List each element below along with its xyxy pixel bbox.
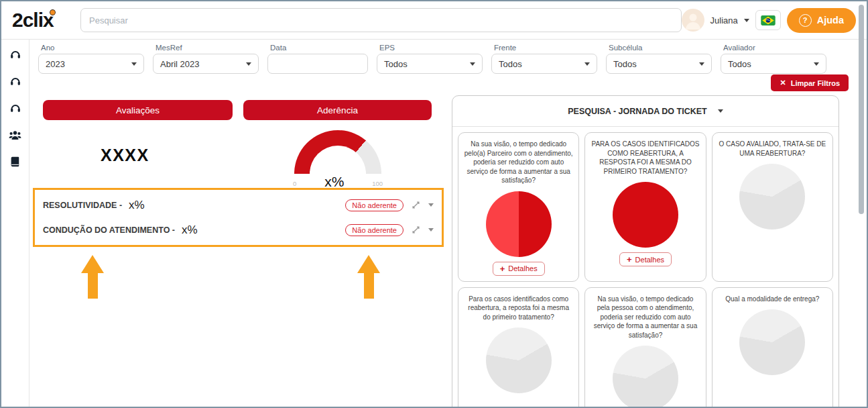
survey-question: O CASO AVALIADO, TRATA-SE DE UMA REABERT… bbox=[718, 140, 827, 158]
filter-avaliador: Avaliador Todos bbox=[721, 42, 826, 74]
avatar[interactable] bbox=[682, 9, 704, 32]
expand-icon[interactable] bbox=[412, 201, 420, 209]
sidebar bbox=[1, 40, 29, 407]
headset-icon[interactable] bbox=[9, 101, 22, 115]
details-button[interactable]: + Detalhes bbox=[619, 252, 672, 266]
expand-icon[interactable] bbox=[412, 225, 420, 234]
chevron-down-icon[interactable] bbox=[428, 203, 434, 207]
subcelula-select[interactable]: Todos bbox=[606, 54, 712, 74]
filter-frente: Frente Todos bbox=[491, 42, 597, 74]
survey-selector[interactable]: PESQUISA - JORNADA DO TICKET bbox=[452, 96, 839, 127]
headset-icon[interactable] bbox=[9, 48, 22, 61]
metric-row-conducao: CONDUÇÃO DO ATENDIMENTO - x% Não aderent… bbox=[43, 223, 434, 237]
status-badge: Não aderente bbox=[345, 224, 404, 236]
chevron-down-icon bbox=[246, 62, 251, 66]
metric-name: RESOLUTIVIDADE - bbox=[43, 201, 122, 210]
survey-question: PARA OS CASOS IDENTIFICADOS COMO REABERT… bbox=[591, 140, 700, 176]
plus-icon: + bbox=[627, 255, 632, 264]
chevron-down-icon[interactable] bbox=[428, 228, 434, 232]
filter-bar: Ano 2023 MesRef Abril 2023 Data bbox=[38, 42, 826, 74]
book-icon[interactable] bbox=[9, 155, 22, 168]
filter-label: Subcélula bbox=[609, 44, 712, 52]
metric-value: x% bbox=[182, 223, 198, 237]
data-field-box bbox=[267, 54, 368, 74]
filter-label: Avaliador bbox=[723, 44, 826, 52]
details-button[interactable]: + Detalhes bbox=[493, 262, 545, 276]
user-caret-icon[interactable] bbox=[744, 19, 749, 22]
help-label: Ajuda bbox=[817, 15, 844, 26]
selected-value: Abril 2023 bbox=[160, 59, 200, 69]
logo-dot-icon bbox=[48, 8, 57, 17]
frente-select[interactable]: Todos bbox=[491, 54, 597, 74]
survey-question: Na sua visão, o tempo dedicado pela pess… bbox=[591, 295, 700, 340]
survey-card: PARA OS CASOS IDENTIFICADOS COMO REABERT… bbox=[584, 132, 706, 282]
chevron-down-icon bbox=[718, 109, 723, 113]
annotation-arrow-up bbox=[81, 255, 104, 299]
app-window: 2clix Juliana ? Ajuda bbox=[0, 0, 868, 408]
survey-card: Para os casos identificados como reabert… bbox=[458, 287, 579, 408]
user-menu[interactable]: Juliana bbox=[710, 15, 738, 26]
metric-name: CONDUÇÃO DO ATENDIMENTO - bbox=[43, 225, 175, 235]
status-badge: Não aderente bbox=[345, 199, 404, 211]
aderencia-button[interactable]: Aderência bbox=[243, 100, 432, 120]
annotation-highlight-box: RESOLUTIVIDADE - x% Não aderente CONDUÇÃ… bbox=[33, 188, 444, 247]
pie-chart bbox=[486, 327, 552, 393]
filter-label: MesRef bbox=[156, 44, 259, 52]
filter-label: Frente bbox=[494, 44, 597, 52]
clear-filters-label: Limpar Filtros bbox=[791, 79, 840, 87]
content-area: Ano 2023 MesRef Abril 2023 Data bbox=[29, 40, 867, 407]
avaliacoes-value: XXXX bbox=[101, 146, 149, 165]
aderencia-gauge bbox=[294, 130, 381, 174]
close-icon: ✕ bbox=[780, 79, 786, 87]
avaliador-select[interactable]: Todos bbox=[721, 54, 826, 74]
pie-chart bbox=[613, 346, 678, 408]
filter-mesref: MesRef Abril 2023 bbox=[153, 42, 259, 74]
language-flag-button[interactable] bbox=[755, 10, 781, 30]
arrow-head bbox=[81, 255, 104, 273]
metric-value: x% bbox=[129, 199, 145, 212]
clear-filters-button[interactable]: ✕ Limpar Filtros bbox=[771, 74, 849, 91]
gauge-labels: 0 x% 100 bbox=[293, 171, 383, 187]
filter-label: EPS bbox=[379, 44, 483, 52]
search-input[interactable] bbox=[80, 8, 682, 32]
selected-value: 2023 bbox=[46, 59, 65, 69]
gauge-min-label: 0 bbox=[293, 180, 296, 187]
details-label: Detalhes bbox=[635, 256, 664, 264]
headset-icon[interactable] bbox=[9, 74, 22, 88]
chevron-down-icon bbox=[470, 62, 475, 66]
data-input[interactable] bbox=[275, 58, 361, 70]
filter-eps: EPS Todos bbox=[377, 42, 483, 74]
pie-chart bbox=[613, 182, 678, 248]
pie-chart bbox=[739, 309, 805, 375]
avaliacoes-button[interactable]: Avaliações bbox=[43, 100, 233, 120]
arrow-stem bbox=[364, 273, 374, 299]
selected-value: Todos bbox=[499, 59, 522, 69]
survey-card: O CASO AVALIADO, TRATA-SE DE UMA REABERT… bbox=[712, 132, 833, 282]
arrow-stem bbox=[88, 273, 98, 299]
logo-text: 2clix bbox=[12, 9, 54, 31]
survey-question: Na sua visão, o tempo dedicado pelo(a) P… bbox=[464, 140, 573, 185]
survey-panel: PESQUISA - JORNADA DO TICKET Na sua visã… bbox=[452, 95, 839, 408]
help-button[interactable]: ? Ajuda bbox=[787, 8, 856, 33]
users-icon[interactable] bbox=[9, 128, 22, 142]
annotation-arrow-up bbox=[357, 255, 380, 299]
chevron-down-icon bbox=[131, 62, 137, 66]
survey-card: Na sua visão, o tempo dedicado pelo(a) P… bbox=[458, 132, 579, 282]
gauge-max-label: 100 bbox=[372, 180, 383, 187]
survey-card: Na sua visão, o tempo dedicado pela pess… bbox=[584, 287, 706, 408]
filter-data: Data bbox=[267, 42, 368, 74]
survey-question: Qual a modalidade de entrega? bbox=[725, 295, 819, 304]
ano-select[interactable]: 2023 bbox=[38, 54, 144, 74]
selected-value: Todos bbox=[613, 59, 637, 69]
filter-ano: Ano 2023 bbox=[38, 42, 144, 74]
pie-chart bbox=[739, 164, 805, 230]
survey-title: PESQUISA - JORNADA DO TICKET bbox=[568, 107, 706, 116]
chevron-down-icon bbox=[584, 62, 590, 66]
brazil-flag-icon bbox=[761, 15, 776, 26]
mesref-select[interactable]: Abril 2023 bbox=[153, 54, 259, 74]
eps-select[interactable]: Todos bbox=[377, 54, 483, 74]
vertical-scrollbar[interactable] bbox=[859, 5, 864, 214]
selected-value: Todos bbox=[384, 59, 408, 69]
arrow-head bbox=[357, 255, 380, 273]
chevron-down-icon bbox=[814, 62, 819, 66]
